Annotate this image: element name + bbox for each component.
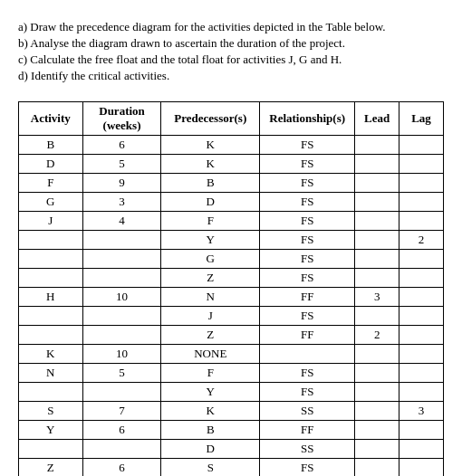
cell-predecessor: N [161,288,260,307]
question-item: d) Identify the critical activities. [18,69,444,83]
cell-duration: 6 [82,136,161,155]
cell-predecessor: Y [161,383,260,402]
cell-activity: B [19,136,83,155]
cell-lead [355,459,399,477]
cell-duration: 6 [82,459,161,477]
cell-predecessor: D [161,440,260,459]
cell-relationship: FS [260,231,355,250]
cell-activity: Y [19,421,83,440]
cell-activity: F [19,174,83,193]
cell-lead [355,193,399,212]
cell-duration [82,269,161,288]
col-header-lag: Lag [399,102,444,136]
question-header: a) Draw the precedence diagram for the a… [18,20,444,83]
cell-activity [19,269,83,288]
cell-lead: 3 [355,288,399,307]
cell-lag [399,326,444,345]
table-row: B6KFS [19,136,444,155]
cell-lead [355,212,399,231]
cell-predecessor: Z [161,269,260,288]
col-header-lead: Lead [355,102,399,136]
cell-lag [399,269,444,288]
cell-lead [355,250,399,269]
cell-lag [399,212,444,231]
cell-relationship: FS [260,250,355,269]
table-row: JFS [19,307,444,326]
col-header-activity: Activity [19,102,83,136]
cell-activity: D [19,155,83,174]
cell-relationship [260,345,355,364]
cell-predecessor: S [161,459,260,477]
cell-lead [355,269,399,288]
cell-lag [399,364,444,383]
cell-lead [355,440,399,459]
cell-duration: 5 [82,155,161,174]
cell-activity [19,326,83,345]
cell-lead [355,421,399,440]
cell-lag [399,250,444,269]
cell-relationship: FF [260,326,355,345]
cell-relationship: FS [260,459,355,477]
cell-lag [399,440,444,459]
cell-relationship: FS [260,212,355,231]
cell-lead [355,345,399,364]
cell-duration [82,231,161,250]
question-item: b) Analyse the diagram drawn to ascertai… [18,36,444,51]
table-row: GFS [19,250,444,269]
question-item: c) Calculate the free float and the tota… [18,52,444,67]
col-header-duration: Duration(weeks) [82,102,161,136]
cell-duration [82,326,161,345]
cell-activity [19,250,83,269]
cell-relationship: FS [260,174,355,193]
table-row: S7KSS3 [19,402,444,421]
table-body: B6KFSD5KFSF9BFSG3DFSJ4FFSYFS2GFSZFSH10NF… [19,136,444,477]
cell-duration [82,250,161,269]
cell-predecessor: G [161,250,260,269]
cell-predecessor: K [161,402,260,421]
cell-duration [82,440,161,459]
cell-duration [82,383,161,402]
cell-activity [19,383,83,402]
cell-duration: 6 [82,421,161,440]
cell-relationship: FF [260,421,355,440]
cell-relationship: FS [260,307,355,326]
table-row: J4FFS [19,212,444,231]
table-row: ZFS [19,269,444,288]
cell-predecessor: B [161,421,260,440]
cell-relationship: SS [260,440,355,459]
table-row: H10NFF3 [19,288,444,307]
cell-lag [399,383,444,402]
cell-duration: 9 [82,174,161,193]
table-row: YFS2 [19,231,444,250]
cell-activity: Z [19,459,83,477]
cell-activity [19,231,83,250]
table-header-row: Activity Duration(weeks) Predecessor(s) … [19,102,444,136]
cell-activity: K [19,345,83,364]
table-row: Y6BFF [19,421,444,440]
cell-lead [355,402,399,421]
cell-lead: 2 [355,326,399,345]
table-row: Z6SFS [19,459,444,477]
cell-duration [82,307,161,326]
table-row: G3DFS [19,193,444,212]
col-header-predecessor: Predecessor(s) [161,102,260,136]
cell-lead [355,231,399,250]
cell-lag: 3 [399,402,444,421]
cell-duration: 10 [82,345,161,364]
cell-lag [399,174,444,193]
cell-relationship: FS [260,136,355,155]
cell-relationship: FS [260,193,355,212]
cell-duration: 10 [82,288,161,307]
cell-lag: 2 [399,231,444,250]
cell-lag [399,307,444,326]
cell-activity: S [19,402,83,421]
cell-lag [399,193,444,212]
cell-predecessor: Z [161,326,260,345]
cell-activity: G [19,193,83,212]
cell-lag [399,421,444,440]
cell-activity [19,307,83,326]
col-header-relationship: Relationship(s) [260,102,355,136]
cell-relationship: FS [260,383,355,402]
table-row: YFS [19,383,444,402]
cell-predecessor: D [161,193,260,212]
